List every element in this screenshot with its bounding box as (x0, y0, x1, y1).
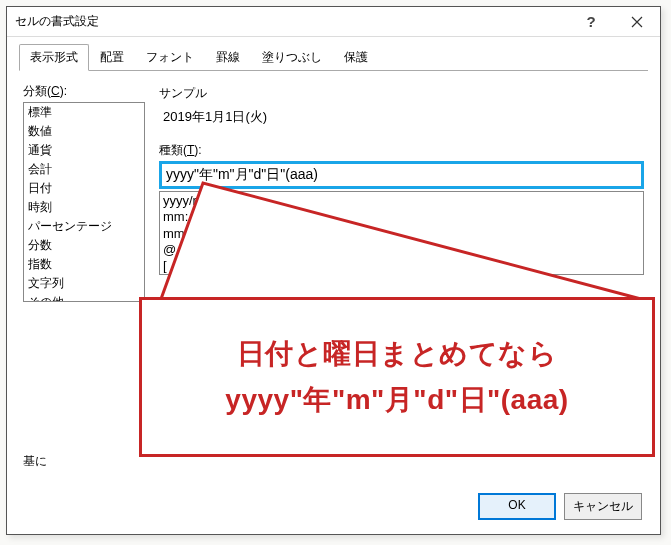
category-item[interactable]: 指数 (24, 255, 144, 274)
sample-label: サンプル (159, 85, 644, 102)
annotation-callout: 日付と曜日まとめてなら yyyy"年"m"月"d"日"(aaa) (139, 297, 655, 457)
help-button[interactable]: ? (568, 7, 614, 37)
category-listbox[interactable]: 標準数値通貨会計日付時刻パーセンテージ分数指数文字列その他ユーザー定義 (23, 102, 145, 302)
category-label: 分類(C): (23, 83, 145, 100)
callout-line-2: yyyy"年"m"月"d"日"(aaa) (225, 381, 568, 419)
type-input[interactable]: yyyy"年"m"月"d"日"(aaa) (159, 161, 644, 189)
category-item[interactable]: 通貨 (24, 141, 144, 160)
category-item[interactable]: 標準 (24, 103, 144, 122)
category-item[interactable]: 分数 (24, 236, 144, 255)
close-icon (631, 16, 643, 28)
dialog-title: セルの書式設定 (7, 13, 568, 30)
dialog-buttons: OK キャンセル (478, 493, 642, 520)
tab-border[interactable]: 罫線 (205, 44, 251, 71)
category-item[interactable]: 日付 (24, 179, 144, 198)
callout-line-1: 日付と曜日まとめてなら (237, 335, 558, 373)
type-list-item[interactable]: [ (163, 258, 640, 274)
footer-hint: 基に (23, 453, 47, 470)
type-list-item[interactable]: mm: (163, 209, 640, 225)
category-item[interactable]: 文字列 (24, 274, 144, 293)
category-item[interactable]: 会計 (24, 160, 144, 179)
type-label: 種類(T): (159, 142, 644, 159)
tab-fill[interactable]: 塗りつぶし (251, 44, 333, 71)
type-listbox[interactable]: yyyy/m/d h:mmmm:mm@[ (159, 191, 644, 275)
category-item[interactable]: 数値 (24, 122, 144, 141)
category-item[interactable]: その他 (24, 293, 144, 302)
help-icon: ? (586, 13, 595, 30)
format-cells-dialog: セルの書式設定 ? 表示形式 配置 フォント 罫線 塗りつぶし 保護 分類(C)… (6, 6, 661, 535)
close-button[interactable] (614, 7, 660, 37)
tab-font[interactable]: フォント (135, 44, 205, 71)
sample-value: 2019年1月1日(火) (159, 108, 644, 126)
category-item[interactable]: 時刻 (24, 198, 144, 217)
category-item[interactable]: パーセンテージ (24, 217, 144, 236)
type-list-item[interactable]: mm (163, 226, 640, 242)
tab-bar: 表示形式 配置 フォント 罫線 塗りつぶし 保護 (7, 37, 660, 71)
titlebar: セルの書式設定 ? (7, 7, 660, 37)
type-list-item[interactable]: @ (163, 242, 640, 258)
type-list-item[interactable]: yyyy/m/d h:mm (163, 193, 640, 209)
ok-button[interactable]: OK (478, 493, 556, 520)
cancel-button[interactable]: キャンセル (564, 493, 642, 520)
tab-alignment[interactable]: 配置 (89, 44, 135, 71)
tab-number-format[interactable]: 表示形式 (19, 44, 89, 71)
tab-protection[interactable]: 保護 (333, 44, 379, 71)
